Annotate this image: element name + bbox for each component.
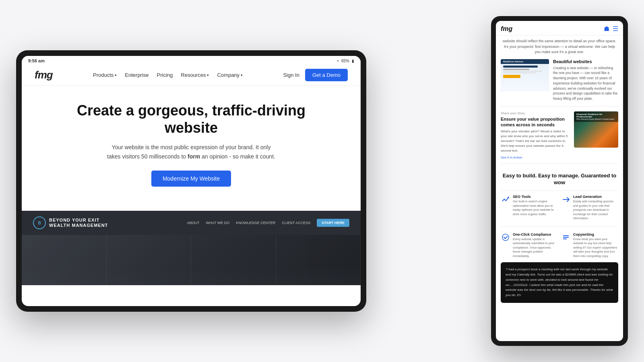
right-nav-icons: ☗ ☰: [604, 25, 618, 33]
wifi-icon: ⁌: [337, 59, 339, 63]
battery-icon: ▮: [352, 59, 354, 63]
preview-logo-text-block: Beyond Your Exit Wealth Management: [49, 218, 108, 228]
svg-point-1: [502, 234, 509, 241]
feature-seo: SEO Tools Our built-in search engine opt…: [501, 195, 558, 221]
hero-section: Create a gorgeous, traffic-driving websi…: [22, 86, 361, 211]
feature-compliance: One-Click Compliance Every website updat…: [501, 232, 558, 259]
site-nav: fmg Products ▾ Enterprise Pricing Resour…: [22, 65, 361, 86]
beautiful-websites-text: Beautiful websites Creating a new websit…: [553, 59, 618, 101]
company-caret: ▾: [241, 73, 243, 77]
site-preview: B Beyond Your Exit Wealth Management ABO…: [22, 211, 361, 285]
preview-grid: [22, 235, 361, 285]
nav-products[interactable]: Products ▾: [93, 72, 117, 78]
feature-lead-desc: Easily add compelling quizzes and guides…: [573, 200, 618, 221]
feature-seo-title: SEO Tools: [513, 195, 558, 199]
right-intro-text: website should reflect the same attentio…: [501, 39, 618, 55]
thumb-text-line-2: [503, 72, 536, 73]
right-scroll-content: website should reflect the same attentio…: [496, 35, 623, 341]
feature-compliance-text: One-Click Compliance Every website updat…: [513, 232, 558, 259]
lead-gen-icon: [561, 195, 571, 204]
easy-build-heading: Easy to build. Easy to manage. Guarantee…: [501, 173, 618, 186]
see-in-action-link[interactable]: See It In Action: [501, 156, 522, 159]
kayak-image: Financial Guidance for Professionals Who…: [574, 111, 618, 148]
thumb-text-line-1: [503, 71, 542, 72]
ipad-landscape-screen: 9:56 am ⁌ 65% ▮ fmg Products ▾: [22, 56, 361, 306]
status-bar: 9:56 am ⁌ 65% ▮: [22, 56, 361, 65]
grid-item-4: [276, 235, 361, 285]
thumb-subtitle-line: [503, 69, 529, 70]
right-logo: fmg: [501, 25, 512, 33]
feature-copywriting: Copywriting Know what you want your webs…: [561, 232, 618, 259]
feature-copywriting-title: Copywriting: [573, 232, 618, 237]
status-icons: ⁌ 65% ▮: [337, 59, 354, 63]
share-label: Share your Story: [501, 111, 570, 115]
kayak-overlay-title: Financial Guidance for Professionals: [576, 113, 616, 118]
grid-item-2: [107, 235, 192, 285]
value-prop-description: What's your elevator pitch? Would a visi…: [501, 129, 570, 153]
feature-copywriting-desc: Know what you want your website to say b…: [573, 237, 618, 259]
hero-subtitle: Your website is the most public expressi…: [107, 143, 276, 161]
copywriting-icon: [561, 232, 571, 242]
value-prop-image: Financial Guidance for Professionals Who…: [574, 111, 618, 148]
preview-logo-circle: B: [33, 216, 46, 229]
preview-client-access[interactable]: CLIENT ACCESS: [282, 221, 310, 225]
nav-resources[interactable]: Resources ▾: [181, 72, 209, 78]
compliance-icon: [501, 232, 510, 242]
nav-pricing[interactable]: Pricing: [157, 72, 173, 78]
beautiful-websites-description: Creating a new website — or refreshing t…: [553, 66, 618, 101]
preview-knowledge-center[interactable]: KNOWLEDGE CENTER: [236, 221, 275, 225]
preview-logo-text: Beyond Your Exit: [49, 218, 108, 223]
products-caret: ▾: [115, 73, 117, 77]
preview-what-we-do[interactable]: WHAT WE DO: [206, 221, 230, 225]
signin-button[interactable]: Sign In: [283, 72, 299, 78]
feature-divider: [501, 226, 618, 227]
grid-item-1: [22, 235, 107, 285]
thumb-logo: WealthCore Advisors: [503, 60, 523, 63]
fmg-logo: fmg: [35, 69, 53, 81]
preview-about[interactable]: ABOUT: [187, 221, 200, 225]
svg-point-0: [508, 197, 509, 198]
menu-icon[interactable]: ☰: [613, 25, 618, 33]
preview-nav: B Beyond Your Exit Wealth Management ABO…: [22, 211, 361, 235]
testimonial-text: "I had a prospect book a meeting with me…: [506, 267, 613, 297]
nav-actions: Sign In Get a Demo: [283, 69, 348, 81]
thumb-title-line: [503, 66, 538, 68]
resources-caret: ▾: [207, 73, 209, 77]
kayak-overlay: Financial Guidance for Professionals Who…: [574, 111, 618, 122]
scene: 9:56 am ⁌ 65% ▮ fmg Products ▾: [0, 0, 644, 362]
battery-label: 65%: [341, 59, 349, 63]
demo-button[interactable]: Get a Demo: [305, 69, 348, 81]
easy-build-section: Easy to build. Easy to manage. Guarantee…: [501, 168, 618, 191]
grid-item-3: [191, 235, 276, 285]
status-time: 9:56 am: [28, 58, 45, 63]
kayak-overlay-sub: Who Receive Equity-Based Compensation: [576, 118, 616, 120]
preview-start-button[interactable]: START HERE: [317, 219, 349, 227]
value-prop-text: Share your Story Ensure your value propo…: [501, 111, 570, 160]
nav-enterprise[interactable]: Enterprise: [125, 72, 149, 78]
ipad-portrait-screen: fmg ☗ ☰ website should reflect the same …: [496, 21, 623, 341]
preview-nav-links: ABOUT WHAT WE DO KNOWLEDGE CENTER CLIENT…: [187, 219, 349, 227]
beautiful-websites-heading: Beautiful websites: [553, 59, 618, 64]
hero-title: Create a gorgeous, traffic-driving websi…: [54, 102, 328, 136]
ipad-landscape: 9:56 am ⁌ 65% ▮ fmg Products ▾: [16, 50, 366, 312]
thumb-body: [501, 64, 549, 91]
nav-company[interactable]: Company ▾: [217, 72, 243, 78]
feature-seo-desc: Our built-in search engine optimization …: [513, 200, 558, 216]
feature-lead-title: Lead Generation: [573, 195, 618, 199]
testimonial: "I had a prospect book a meeting with me…: [501, 262, 618, 303]
website-thumbnail: WealthCore Advisors: [501, 59, 549, 91]
thumb-header: WealthCore Advisors: [501, 59, 549, 64]
hero-cta-button[interactable]: Modernize My Website: [151, 171, 231, 187]
feature-lead-gen: Lead Generation Easily add compelling qu…: [561, 195, 618, 221]
ipad-portrait: fmg ☗ ☰ website should reflect the same …: [491, 16, 628, 346]
feature-lead-text: Lead Generation Easily add compelling qu…: [573, 195, 618, 221]
seo-icon: [501, 195, 510, 204]
value-prop-section: Share your Story Ensure your value propo…: [501, 111, 618, 164]
beautiful-websites-card: WealthCore Advisors Beautiful websites C: [501, 59, 618, 107]
user-icon[interactable]: ☗: [604, 25, 609, 33]
preview-logo-sub: Wealth Management: [49, 223, 108, 228]
feature-seo-text: SEO Tools Our built-in search engine opt…: [513, 195, 558, 216]
preview-logo: B Beyond Your Exit Wealth Management: [33, 216, 108, 229]
feature-copywriting-text: Copywriting Know what you want your webs…: [573, 232, 618, 259]
feature-compliance-title: One-Click Compliance: [513, 232, 558, 237]
